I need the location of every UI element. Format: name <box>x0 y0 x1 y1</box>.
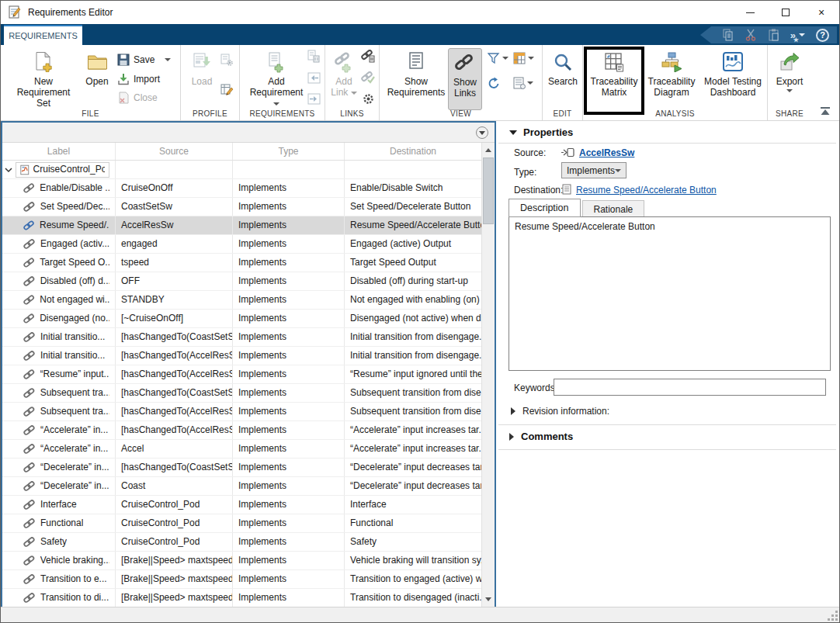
source-link[interactable]: AccelResSw <box>579 147 634 158</box>
show-links-button[interactable]: Show Links <box>448 48 482 110</box>
cell-label: “Decelerate” in... <box>2 459 116 476</box>
table-row[interactable]: Disabled (off) d...OFFImplementsDisabled… <box>2 272 481 291</box>
table-row[interactable]: “Decelerate” in...CoastImplements“Decele… <box>2 477 481 496</box>
cell-source: [Brake||Speed> maxtspeed... <box>116 552 233 569</box>
keywords-label: Keywords: <box>514 382 557 393</box>
qat-overflow-button[interactable]: »★ <box>790 30 805 40</box>
table-row[interactable]: Set Speed/Dec...CoastSetSwImplementsSet … <box>2 198 481 216</box>
import-button[interactable]: Import <box>117 71 160 87</box>
revision-information-section[interactable]: Revision information: <box>511 406 609 417</box>
add-requirement-button[interactable]: Add Requirement <box>246 48 307 109</box>
keywords-input[interactable] <box>554 379 826 396</box>
refresh-button[interactable] <box>485 74 502 92</box>
save-dropdown-arrow[interactable] <box>165 58 171 61</box>
table-row[interactable]: “Accelerate” in...AccelImplements“Accele… <box>2 440 481 459</box>
scroll-up-button[interactable] <box>482 143 495 157</box>
promote-requirement-button[interactable] <box>305 69 322 86</box>
add-link-button[interactable]: Add Link <box>328 48 359 98</box>
panel-options-button[interactable] <box>476 126 488 139</box>
table-row[interactable]: Initial transitio...[hasChangedTo(CoastS… <box>2 328 481 347</box>
link-icon <box>23 444 36 455</box>
paste-icon[interactable] <box>768 29 779 41</box>
table-row[interactable]: “Resume” input...[hasChangedTo(AccelResS… <box>2 365 481 384</box>
model-testing-dashboard-button[interactable]: Model Testing Dashboard <box>701 48 765 98</box>
table-row[interactable]: “Accelerate” in...[hasChangedTo(AccelRes… <box>2 421 481 440</box>
properties-header[interactable]: Properties <box>509 126 573 138</box>
table-row[interactable]: “Decelerate” in...[hasChangedTo(CoastSet… <box>2 459 481 477</box>
columns-dropdown-arrow[interactable] <box>528 57 534 60</box>
add-link-dropdown-arrow[interactable] <box>351 92 357 95</box>
column-header-source[interactable]: Source <box>116 143 233 160</box>
table-row[interactable]: Subsequent tra...[hasChangedTo(CoastSetS… <box>2 384 481 403</box>
new-requirement-set-button[interactable]: New Requirement Set <box>9 48 78 109</box>
search-icon <box>554 50 573 74</box>
export-button[interactable]: Export <box>772 48 807 92</box>
comments-section[interactable]: Comments <box>509 431 573 442</box>
table-row[interactable]: Resume Speed/...AccelResSwImplementsResu… <box>2 216 481 235</box>
table-row[interactable]: Target Speed O...tspeedImplementsTarget … <box>2 254 481 272</box>
cut-icon[interactable] <box>745 29 757 41</box>
columns-button[interactable] <box>510 50 536 67</box>
cell-destination: “Accelerate” input increases tar... <box>345 421 481 439</box>
table-row[interactable]: Initial transitio...[hasChangedTo(AccelR… <box>2 347 481 365</box>
cell-label: “Decelerate” in... <box>2 477 116 495</box>
rows-view-button[interactable] <box>510 74 536 92</box>
vertical-scrollbar[interactable] <box>481 143 495 607</box>
scrollbar-thumb[interactable] <box>483 157 494 224</box>
verify-link-button[interactable] <box>359 69 377 86</box>
table-row[interactable]: SafetyCruiseControl_PodImplementsSafety <box>2 533 481 552</box>
delete-requirement-button[interactable] <box>305 47 322 64</box>
tab-description[interactable]: Description <box>509 199 581 217</box>
delete-link-button[interactable] <box>359 47 377 64</box>
table-row[interactable]: InterfaceCruiseControl_PodImplementsInte… <box>2 496 481 514</box>
load-profile-button[interactable]: Load <box>186 48 218 87</box>
table-row-group[interactable]: CruiseControl_Pod... <box>2 161 481 179</box>
description-text-area[interactable]: Resume Speed/Accelerate Button <box>509 216 831 371</box>
table-row[interactable]: Disengaged (no...[~CruiseOnOff]Implement… <box>2 310 481 328</box>
filter-button[interactable] <box>485 50 510 67</box>
table-row[interactable]: Engaged (activ...engagedImplementsEngage… <box>2 235 481 254</box>
table-row[interactable]: FunctionalCruiseControl_PodImplementsFun… <box>2 514 481 533</box>
cell-destination: Initial transition from disengage... <box>345 347 481 365</box>
traceability-diagram-button[interactable]: Traceability Diagram <box>644 48 699 98</box>
edit-profile-button[interactable] <box>218 81 235 98</box>
save-button[interactable]: Save <box>117 52 171 67</box>
table-row[interactable]: Enable/Disable ...CruiseOnOffImplementsE… <box>2 179 481 198</box>
table-row[interactable]: Transition to di...[Brake||Speed> maxtsp… <box>2 589 481 607</box>
add-requirement-dropdown-arrow[interactable] <box>273 102 279 106</box>
copy-icon[interactable] <box>722 29 734 41</box>
resize-grip[interactable] <box>828 611 838 621</box>
cell-source: AccelResSw <box>116 216 233 234</box>
destination-link[interactable]: Resume Speed/Accelerate Button <box>576 185 717 196</box>
profile-settings-button[interactable] <box>218 51 235 68</box>
scroll-down-button[interactable] <box>482 592 495 607</box>
show-requirements-button[interactable]: Show Requirements <box>386 48 446 98</box>
close-button[interactable]: × <box>804 1 839 24</box>
cell-destination: “Resume” input ignored until the... <box>345 365 481 383</box>
rows-dropdown-arrow[interactable] <box>527 81 533 85</box>
export-dropdown-arrow[interactable] <box>786 89 793 92</box>
load-profile-icon <box>192 50 212 74</box>
minimize-button[interactable] <box>732 1 768 24</box>
link-settings-button[interactable] <box>359 90 377 107</box>
column-header-type[interactable]: Type <box>233 143 345 160</box>
tab-rationale[interactable]: Rationale <box>582 200 645 217</box>
close-set-button[interactable]: Close <box>117 90 158 106</box>
maximize-button[interactable] <box>768 1 804 24</box>
help-button[interactable]: ? <box>816 29 829 42</box>
traceability-diagram-icon <box>661 50 682 74</box>
collapse-ribbon-button[interactable] <box>819 106 831 116</box>
search-button[interactable]: Search <box>546 48 580 87</box>
table-row[interactable]: Transition to e...[Brake||Speed> maxtspe… <box>2 570 481 589</box>
tab-requirements[interactable]: REQUIREMENTS <box>4 25 82 45</box>
open-button[interactable]: Open <box>81 48 113 87</box>
table-row[interactable]: Not engaged wi...STANDBYImplementsNot en… <box>2 291 481 310</box>
column-header-destination[interactable]: Destination <box>345 143 481 160</box>
table-row[interactable]: Subsequent tra...[hasChangedTo(AccelResS… <box>2 403 481 421</box>
table-row[interactable]: Vehicle braking...[Brake||Speed> maxtspe… <box>2 552 481 570</box>
filter-dropdown-arrow[interactable] <box>502 57 509 60</box>
type-select[interactable]: Implements <box>561 162 627 178</box>
traceability-matrix-button[interactable]: Traceability Matrix <box>588 48 640 98</box>
demote-requirement-button[interactable] <box>305 90 322 107</box>
column-header-label[interactable]: Label <box>2 143 116 160</box>
